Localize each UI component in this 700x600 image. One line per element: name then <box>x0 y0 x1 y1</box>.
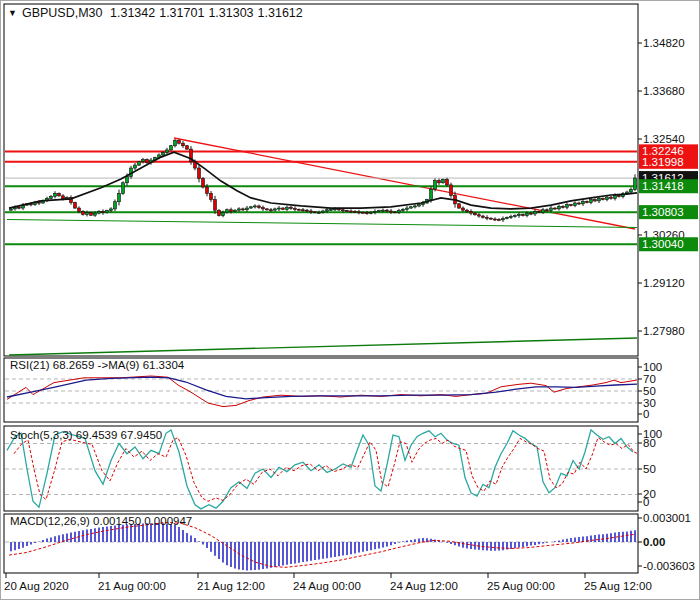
symbol-label: GBPUSD,M30 <box>22 6 103 20</box>
ohlc-readout: ▼GBPUSD,M30 1.313421.317011.313031.31612 <box>8 6 307 20</box>
close-value: 1.31612 <box>258 6 303 20</box>
axis-label: -0.003603 <box>643 560 695 572</box>
axis-label: 0 <box>643 496 649 508</box>
high-value: 1.31701 <box>159 6 204 20</box>
axis-label: 1.34820 <box>643 37 685 49</box>
axis-label: 1.32540 <box>643 133 685 145</box>
axis-label: 0.003001 <box>643 512 691 524</box>
time-label: 21 Aug 00:00 <box>98 580 166 592</box>
chart-canvas[interactable]: 1.348201.336801.325401.302601.291201.279… <box>1 1 700 600</box>
axis-label: 50 <box>643 463 656 475</box>
support-3-badge-value: 1.30040 <box>642 238 684 250</box>
axis-label: 1.29120 <box>643 277 685 289</box>
support-2-badge-value: 1.30803 <box>642 206 684 218</box>
time-label: 24 Aug 12:00 <box>390 580 458 592</box>
open-value: 1.31342 <box>110 6 155 20</box>
macd-indicator-label: MACD(12,26,9) 0.001450 0.000947 <box>10 515 192 527</box>
rsi-indicator-label: RSI(21) 68.2659 ->MA(9) 61.3304 <box>10 359 184 371</box>
axis-label: 0.00 <box>643 536 665 548</box>
axis-label: 100 <box>643 361 662 373</box>
symbol-dropdown-icon[interactable]: ▼ <box>8 8 17 18</box>
axis-label: 70 <box>643 373 656 385</box>
axis-label: 1.33680 <box>643 85 685 97</box>
axis-label: 1.27980 <box>643 325 685 337</box>
time-label: 25 Aug 00:00 <box>487 580 555 592</box>
low-value: 1.31303 <box>208 6 253 20</box>
time-label: 24 Aug 00:00 <box>293 580 361 592</box>
time-label: 25 Aug 12:00 <box>584 580 652 592</box>
chart-window: 1.348201.336801.325401.302601.291201.279… <box>0 0 700 600</box>
axis-label: 0 <box>643 408 649 420</box>
time-label: 21 Aug 12:00 <box>197 580 265 592</box>
axis-label: 50 <box>643 385 656 397</box>
support-1-badge-value: 1.31418 <box>642 180 684 192</box>
stoch-indicator-label: Stoch(5,3,3) 69.4539 67.9450 <box>10 429 162 441</box>
axis-label: 80 <box>643 437 656 449</box>
main-chart <box>4 4 638 356</box>
resistance-2-badge-value: 1.31998 <box>642 156 684 168</box>
time-label: 20 Aug 2020 <box>4 580 69 592</box>
